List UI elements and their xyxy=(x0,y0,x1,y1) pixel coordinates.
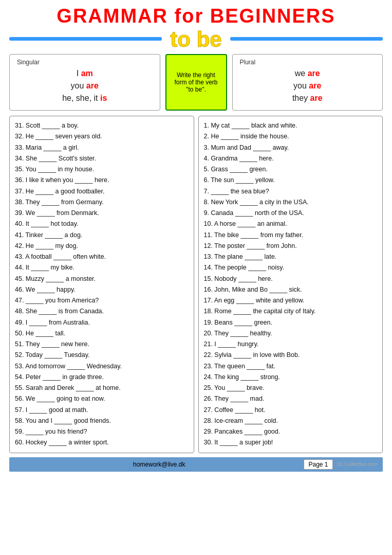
plural-label: Plural xyxy=(240,59,376,66)
list-item: 38. They _____ from Germany. xyxy=(15,197,189,208)
list-item: 21. I _____ hungry. xyxy=(204,339,378,350)
list-item: 33. Maria _____ a girl. xyxy=(15,142,189,153)
list-item: 12. The poster _____ from John. xyxy=(204,241,378,252)
list-item: 9. Canada _____ north of the USA. xyxy=(204,208,378,219)
list-item: 14. The people _____ noisy. xyxy=(204,262,378,273)
verb-are-you: are xyxy=(309,81,321,90)
title-section: GRAMMAR for BEGINNERS to be xyxy=(9,5,383,52)
list-item: 22. Sylvia _____ in love with Bob. xyxy=(204,350,378,361)
verb-are-sg: are xyxy=(86,81,99,90)
page-container: GRAMMAR for BEGINNERS to be Singular I a… xyxy=(9,5,383,472)
list-item: 40. It _____ hot today. xyxy=(15,219,189,229)
list-item: 43. A football _____ often white. xyxy=(15,252,189,262)
list-item: 11. The bike _____ from my father. xyxy=(204,230,378,241)
title-line1: GRAMMAR for BEGINNERS xyxy=(9,5,383,27)
list-item: 29. Pancakes _____ good. xyxy=(204,426,378,437)
instruction-text: Write the right form of the verb "to be"… xyxy=(171,71,222,93)
list-item: 34. She _____ Scott's sister. xyxy=(15,153,189,164)
list-item: 6. The sun _____ yellow. xyxy=(204,175,378,186)
plural-row-2: you are xyxy=(240,81,376,91)
list-item: 41. Tinker _____ a dog. xyxy=(15,230,189,241)
list-item: 15. Nobody _____ here. xyxy=(204,274,378,284)
blue-bar-left xyxy=(9,37,162,41)
list-item: 28. Ice-cream _____ cold. xyxy=(204,416,378,426)
list-item: 4. Grandma _____ here. xyxy=(204,153,378,164)
list-item: 54. Peter _____ in grade three. xyxy=(15,372,189,383)
list-item: 55. Sarah and Derek _____ at home. xyxy=(15,383,189,393)
blue-bar-right xyxy=(230,37,383,41)
list-item: 49. I _____ from Australia. xyxy=(15,317,189,328)
list-item: 35. You _____ in my house. xyxy=(15,164,189,175)
list-item: 26. They _____ mad. xyxy=(204,393,378,404)
footer: homework@live.dk Page 1 iSLCollective.co… xyxy=(9,457,383,472)
singular-label: Singular xyxy=(17,59,153,66)
list-item: 48. She _____ is from Canada. xyxy=(15,306,189,317)
exercises-section: 31. Scott _____ a boy.32. He _____ seven… xyxy=(9,116,383,453)
verb-is: is xyxy=(100,94,107,102)
list-item: 60. Hockey _____ a winter sport. xyxy=(15,437,189,448)
list-item: 19. Beans _____ green. xyxy=(204,317,378,328)
list-item: 39. We _____ from Denmark. xyxy=(15,208,189,219)
list-item: 3. Mum and Dad _____ away. xyxy=(204,142,378,153)
list-item: 36. I like it when you _____ here. xyxy=(15,175,189,186)
footer-email: homework@live.dk xyxy=(133,461,185,468)
verb-are-we: are xyxy=(308,69,320,78)
list-item: 59. _____ you his friend? xyxy=(15,426,189,437)
list-item: 25. You _____ brave. xyxy=(204,383,378,393)
list-item: 46. We _____ happy. xyxy=(15,284,189,295)
singular-row-3: he, she, it is xyxy=(17,94,153,103)
title-tobe-text: to be xyxy=(170,27,221,52)
list-item: 52. Today _____ Tuesday. xyxy=(15,350,189,361)
left-exercise-box: 31. Scott _____ a boy.32. He _____ seven… xyxy=(9,116,194,453)
list-item: 24. The king _____ strong. xyxy=(204,372,378,383)
list-item: 5. Grass _____ green. xyxy=(204,164,378,175)
list-item: 56. We _____ going to eat now. xyxy=(15,393,189,404)
list-item: 18. Rome _____ the capital city of Italy… xyxy=(204,306,378,317)
instruction-box: Write the right form of the verb "to be"… xyxy=(165,54,227,111)
list-item: 7. _____ the sea blue? xyxy=(204,186,378,197)
plural-row-3: they are xyxy=(240,94,376,103)
list-item: 31. Scott _____ a boy. xyxy=(15,120,189,131)
footer-page: Page 1 xyxy=(304,459,332,470)
list-item: 20. They _____ healthy. xyxy=(204,328,378,339)
plural-row-1: we are xyxy=(240,69,376,78)
singular-row-2: you are xyxy=(17,81,153,91)
list-item: 37. He _____ a good footballer. xyxy=(15,186,189,197)
list-item: 50. He _____ tall. xyxy=(15,328,189,339)
list-item: 51. They _____ new here. xyxy=(15,339,189,350)
list-item: 32. He _____ seven years old. xyxy=(15,131,189,142)
list-item: 57. I _____ good at math. xyxy=(15,405,189,416)
list-item: 10. A horse _____ an animal. xyxy=(204,219,378,229)
singular-row-1: I am xyxy=(17,69,153,78)
watermark: iSLCollective.com xyxy=(337,461,378,467)
list-item: 23. The queen _____ fat. xyxy=(204,361,378,372)
list-item: 44. It _____ my bike. xyxy=(15,262,189,273)
list-item: 13. The plane _____ late. xyxy=(204,252,378,262)
title-grammar-text: GRAMMAR for BEGINNERS xyxy=(57,5,335,27)
list-item: 16. John, Mike and Bo _____ sick. xyxy=(204,284,378,295)
list-item: 17. An egg _____ white and yellow. xyxy=(204,295,378,306)
list-item: 47. _____ you from America? xyxy=(15,295,189,306)
title-line2: to be xyxy=(9,27,383,52)
right-exercise-box: 1. My cat _____ black and white.2. He __… xyxy=(198,116,383,453)
list-item: 53. And tomorrow _____ Wednesday. xyxy=(15,361,189,372)
list-item: 58. You and I _____ good friends. xyxy=(15,416,189,426)
list-item: 45. Muzzy _____ a monster. xyxy=(15,274,189,284)
verb-am: am xyxy=(81,69,93,78)
list-item: 8. New York _____ a city in the USA. xyxy=(204,197,378,208)
list-item: 2. He _____ inside the house. xyxy=(204,131,378,142)
conjugation-section: Singular I am you are he, she, it is Wri… xyxy=(9,54,383,111)
list-item: 42. He _____ my dog. xyxy=(15,241,189,252)
list-item: 27. Coffee _____ hot. xyxy=(204,405,378,416)
plural-box: Plural we are you are they are xyxy=(232,54,383,111)
list-item: 30. It _____ a super job! xyxy=(204,437,378,448)
singular-box: Singular I am you are he, she, it is xyxy=(9,54,160,111)
list-item: 1. My cat _____ black and white. xyxy=(204,120,378,131)
verb-are-they: are xyxy=(310,94,323,102)
